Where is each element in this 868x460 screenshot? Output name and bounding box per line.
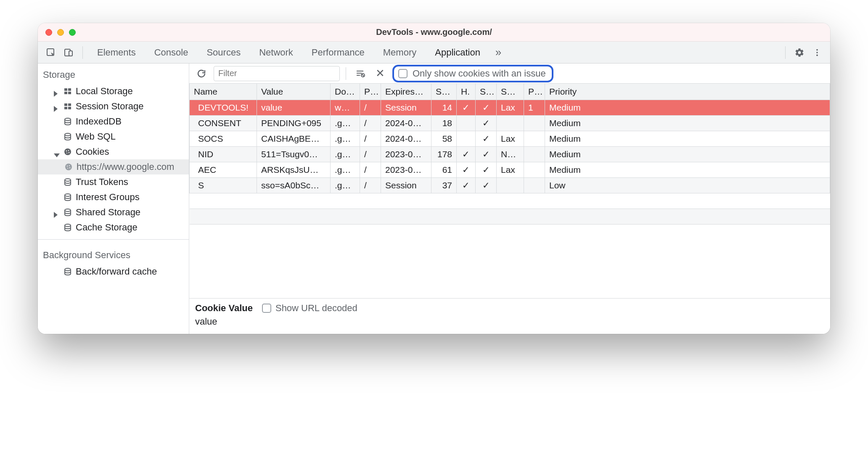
- table-row[interactable]: Ssso=sA0bSc….go…/Session37✓✓Low: [190, 177, 830, 193]
- cell-expires[interactable]: 2024-0…: [381, 131, 431, 146]
- col-domain[interactable]: Do…: [331, 84, 360, 100]
- expand-icon[interactable]: [54, 103, 60, 109]
- checkbox-icon[interactable]: [262, 304, 271, 313]
- cell-expires[interactable]: 2023-0…: [381, 146, 431, 162]
- col-path[interactable]: P…: [360, 84, 381, 100]
- cell-expires[interactable]: 2023-0…: [381, 162, 431, 177]
- cell-expires[interactable]: Session: [381, 100, 431, 115]
- cell-expires[interactable]: 2024-0…: [381, 115, 431, 131]
- cell-secure[interactable]: ✓: [476, 100, 497, 115]
- cell-domain[interactable]: .go…: [331, 162, 360, 177]
- tab-application[interactable]: Application: [426, 42, 489, 63]
- cell-secure[interactable]: ✓: [476, 115, 497, 131]
- table-row[interactable]: CONSENTPENDING+095.go…/2024-0…18✓Medium: [190, 115, 830, 131]
- col-secure[interactable]: S…: [476, 84, 497, 100]
- device-toggle-icon[interactable]: [61, 45, 77, 61]
- cell-name[interactable]: S: [190, 177, 257, 193]
- cell-domain[interactable]: ww…: [331, 100, 360, 115]
- kebab-menu-icon[interactable]: [809, 45, 825, 61]
- cell-path[interactable]: /: [360, 131, 381, 146]
- refresh-icon[interactable]: [193, 66, 209, 82]
- more-tabs-icon[interactable]: »: [490, 45, 506, 61]
- cell-secure[interactable]: ✓: [476, 146, 497, 162]
- cell-partition[interactable]: [524, 146, 545, 162]
- cell-samesite[interactable]: Lax: [497, 100, 524, 115]
- col-expires[interactable]: Expires…: [381, 84, 431, 100]
- sidebar-item-indexeddb[interactable]: IndexedDB: [38, 114, 189, 129]
- sidebar-item-interest-groups[interactable]: Interest Groups: [38, 190, 189, 205]
- table-row[interactable]: DEVTOOLS!valueww…/Session14✓✓Lax1Medium: [190, 100, 830, 115]
- cell-value[interactable]: PENDING+095: [257, 115, 331, 131]
- cell-partition[interactable]: [524, 115, 545, 131]
- cell-secure[interactable]: ✓: [476, 162, 497, 177]
- cell-partition[interactable]: [524, 162, 545, 177]
- tab-network[interactable]: Network: [251, 42, 302, 63]
- cell-partition[interactable]: 1: [524, 100, 545, 115]
- cell-domain[interactable]: .go…: [331, 115, 360, 131]
- col-partition[interactable]: P…: [524, 84, 545, 100]
- cell-domain[interactable]: .go…: [331, 131, 360, 146]
- cell-httponly[interactable]: ✓: [457, 100, 476, 115]
- only-issue-checkbox[interactable]: Only show cookies with an issue: [392, 65, 553, 82]
- cell-name[interactable]: SOCS: [190, 131, 257, 146]
- cell-value[interactable]: CAISHAgBE…: [257, 131, 331, 146]
- sidebar-item-local-storage[interactable]: Local Storage: [38, 84, 189, 99]
- collapse-icon[interactable]: [54, 149, 60, 155]
- inspect-element-icon[interactable]: [43, 45, 59, 61]
- sidebar-item-web-sql[interactable]: Web SQL: [38, 129, 189, 144]
- cell-httponly[interactable]: [457, 115, 476, 131]
- cell-path[interactable]: /: [360, 115, 381, 131]
- table-row[interactable]: SOCSCAISHAgBE….go…/2024-0…58✓LaxMedium: [190, 131, 830, 146]
- cell-partition[interactable]: [524, 177, 545, 193]
- cell-secure[interactable]: ✓: [476, 131, 497, 146]
- cell-samesite[interactable]: [497, 115, 524, 131]
- cell-expires[interactable]: Session: [381, 177, 431, 193]
- checkbox-icon[interactable]: [398, 69, 408, 78]
- cookies-grid[interactable]: Name Value Do… P… Expires… Size H. S… Sa…: [189, 84, 830, 298]
- cell-httponly[interactable]: ✓: [457, 162, 476, 177]
- expand-icon[interactable]: [54, 209, 60, 215]
- cell-httponly[interactable]: [457, 131, 476, 146]
- sidebar-item-cache-storage[interactable]: Cache Storage: [38, 220, 189, 235]
- cell-size[interactable]: 14: [431, 100, 457, 115]
- table-row[interactable]: AECARSKqsJsU….go…/2023-0…61✓✓LaxMedium: [190, 162, 830, 177]
- tab-elements[interactable]: Elements: [89, 42, 144, 63]
- cell-priority[interactable]: Medium: [545, 115, 830, 131]
- cell-httponly[interactable]: ✓: [457, 177, 476, 193]
- cell-size[interactable]: 58: [431, 131, 457, 146]
- cell-samesite[interactable]: [497, 177, 524, 193]
- cell-samesite[interactable]: Lax: [497, 131, 524, 146]
- cell-size[interactable]: 61: [431, 162, 457, 177]
- cell-domain[interactable]: .go…: [331, 177, 360, 193]
- clear-all-icon[interactable]: [352, 66, 368, 82]
- cell-name[interactable]: DEVTOOLS!: [190, 100, 257, 115]
- delete-icon[interactable]: ✕: [372, 66, 388, 82]
- cell-partition[interactable]: [524, 131, 545, 146]
- cell-samesite[interactable]: Lax: [497, 162, 524, 177]
- maximize-window-button[interactable]: [69, 29, 76, 36]
- tab-console[interactable]: Console: [146, 42, 197, 63]
- minimize-window-button[interactable]: [57, 29, 64, 36]
- cell-name[interactable]: NID: [190, 146, 257, 162]
- cell-priority[interactable]: Medium: [545, 131, 830, 146]
- cell-value[interactable]: ARSKqsJsU…: [257, 162, 331, 177]
- cell-secure[interactable]: ✓: [476, 177, 497, 193]
- cell-size[interactable]: 37: [431, 177, 457, 193]
- cell-path[interactable]: /: [360, 162, 381, 177]
- col-name[interactable]: Name: [190, 84, 257, 100]
- expand-icon[interactable]: [54, 88, 60, 94]
- sidebar-item-cookies-origin[interactable]: https://www.google.com: [38, 159, 189, 174]
- col-size[interactable]: Size: [431, 84, 457, 100]
- col-value[interactable]: Value: [257, 84, 331, 100]
- sidebar-item-shared-storage[interactable]: Shared Storage: [38, 205, 189, 220]
- col-priority[interactable]: Priority: [545, 84, 830, 100]
- tab-memory[interactable]: Memory: [375, 42, 425, 63]
- cell-path[interactable]: /: [360, 146, 381, 162]
- sidebar-item-trust-tokens[interactable]: Trust Tokens: [38, 174, 189, 190]
- show-url-decoded-checkbox[interactable]: Show URL decoded: [262, 303, 357, 314]
- tab-performance[interactable]: Performance: [303, 42, 373, 63]
- cell-priority[interactable]: Medium: [545, 162, 830, 177]
- table-row[interactable]: NID511=Tsugv0….go…/2023-0…178✓✓No…Medium: [190, 146, 830, 162]
- cell-path[interactable]: /: [360, 177, 381, 193]
- col-httponly[interactable]: H.: [457, 84, 476, 100]
